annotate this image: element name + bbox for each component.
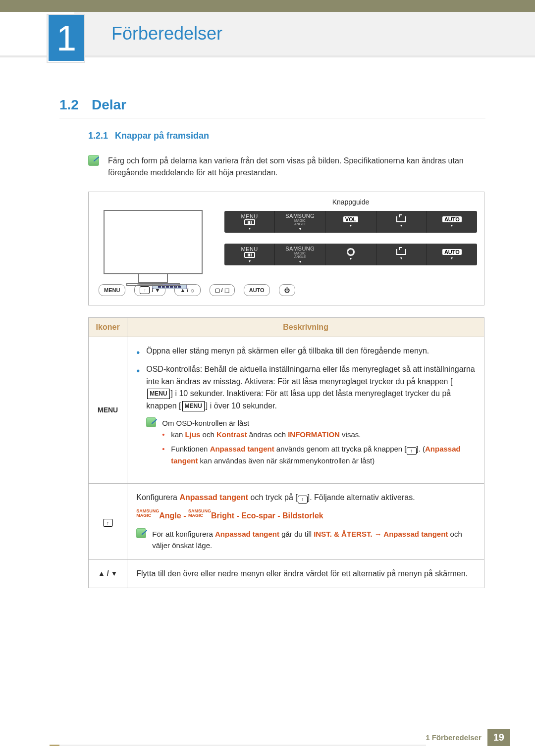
footer-rule <box>50 745 426 746</box>
subsection-title: Knappar på framsidan <box>115 131 209 141</box>
btn-power: ⏻ <box>279 284 295 296</box>
osd-magic-angle-2: SAMSUNGMAGICANGLE▾ <box>275 244 325 265</box>
monitor-stand <box>138 274 168 283</box>
brightness-icon <box>347 249 354 255</box>
up-key-icon: ↑ <box>298 496 308 504</box>
osd-source-2: ▾ <box>376 244 427 265</box>
table-row: ▲ / ▼ Flytta till den övre eller nedre m… <box>89 559 484 588</box>
btn-auto: AUTO <box>244 284 270 296</box>
osd-auto-2: AUTO▾ <box>427 244 477 265</box>
section-title: Delar <box>92 97 126 113</box>
pencil-icon <box>88 155 99 166</box>
sub1: kan Ljus och Kontrast ändras och INFORMA… <box>162 429 475 440</box>
manual-page: Förberedelser 1 1.2 Delar 1.2.1 Knappar … <box>0 0 535 756</box>
osd-bright: ▾ <box>325 244 376 265</box>
up-key-icon: ↑ <box>103 519 113 527</box>
b1: Öppna eller stäng menyn på skärmen eller… <box>136 345 475 357</box>
section-number: 1.2 <box>59 97 79 113</box>
pencil-icon <box>136 528 146 538</box>
btn-custom-down: ↑/ ▼ <box>134 284 165 296</box>
icons-table: Ikoner Beskrivning MENU Öppna eller stän… <box>88 317 484 588</box>
icon-custom-key: ↑ <box>89 484 127 559</box>
section-heading: 1.2 Delar <box>59 97 485 118</box>
b2: OSD-kontrollås: Behåll de aktuella instä… <box>136 363 475 470</box>
subnote-locked: Om OSD-kontrollen är låst kan Ljus och K… <box>146 417 475 470</box>
osd-auto: AUTO▾ <box>427 211 477 233</box>
guide-title: Knappguide <box>224 198 477 206</box>
chapter-number-badge: 1 <box>48 15 84 62</box>
osd-bar-1: MENU▾ SAMSUNGMAGICANGLE▾ VOL▾ ▾ AUTO▾ <box>224 211 477 233</box>
p1: Konfigurera Anpassad tangent och tryck p… <box>136 492 475 504</box>
footer-page-number: 19 <box>487 729 510 746</box>
osd-magic-angle: SAMSUNGMAGICANGLE▾ <box>275 211 325 233</box>
subsection-number: 1.2.1 <box>88 131 108 141</box>
up-key-icon: ↑ <box>407 447 417 455</box>
subnote-title: Om OSD-kontrollen är låst <box>162 417 475 429</box>
osd-bar-2: MENU▾ SAMSUNGMAGICANGLE▾ ▾ ▾ AUTO▾ <box>224 244 477 265</box>
menu-key-icon: MENU <box>182 401 205 411</box>
btn-menu: MENU <box>99 284 125 296</box>
desc-menu: Öppna eller stäng menyn på skärmen eller… <box>127 337 484 484</box>
chapter-title: Förberedelser <box>111 23 222 44</box>
osd-vol: VOL▾ <box>325 211 376 233</box>
btn-source: ▢ / ⬚ <box>210 284 235 296</box>
table-row: ↑ Konfigurera Anpassad tangent och tryck… <box>89 484 484 559</box>
table-header-row: Ikoner Beskrivning <box>89 318 484 337</box>
th-desc: Beskrivning <box>127 318 484 337</box>
menu-key-icon: MENU <box>147 389 169 399</box>
osd-source: ▾ <box>376 211 427 233</box>
page-footer: 1 Förberedelser 19 <box>426 729 510 746</box>
icon-up-down: ▲ / ▼ <box>89 559 127 588</box>
icon-menu: MENU <box>89 337 127 484</box>
pencil-icon <box>146 417 156 427</box>
top-stripe <box>0 0 535 12</box>
button-diagram: Knappguide MENU▾ SAMSUNGMAGICANGLE▾ VOL▾… <box>88 192 484 305</box>
subnote-config: För att konfigurera Anpassad tangent går… <box>136 528 475 552</box>
intro-note: Färg och form på delarna kan variera frå… <box>88 155 485 179</box>
table-row: MENU Öppna eller stäng menyn på skärmen … <box>89 337 484 484</box>
chapter-header: Förberedelser 1 <box>0 12 535 57</box>
content-area: 1.2 Delar 1.2.1 Knappar på framsidan Fär… <box>0 57 535 588</box>
sub2: Funktionen Anpassad tangent används geno… <box>162 443 475 466</box>
footer-chapter: 1 Förberedelser <box>426 733 482 742</box>
option-list: SAMSUNGMAGICAngle - SAMSUNGMAGICBright -… <box>136 509 475 522</box>
osd-menu-2: MENU▾ <box>224 244 275 265</box>
btn-up-bright: ▲ / ☼ <box>174 284 200 296</box>
monitor-outline <box>104 210 203 274</box>
intro-note-text: Färg och form på delarna kan variera frå… <box>108 155 485 179</box>
th-icons: Ikoner <box>89 318 127 337</box>
physical-button-row: MENU ↑/ ▼ ▲ / ☼ ▢ / ⬚ AUTO ⏻ <box>99 284 295 296</box>
subsection-heading: 1.2.1 Knappar på framsidan <box>88 131 485 141</box>
desc-up-down: Flytta till den övre eller nedre menyn e… <box>127 559 484 588</box>
desc-custom-key: Konfigurera Anpassad tangent och tryck p… <box>127 484 484 559</box>
osd-menu: MENU▾ <box>224 211 275 233</box>
